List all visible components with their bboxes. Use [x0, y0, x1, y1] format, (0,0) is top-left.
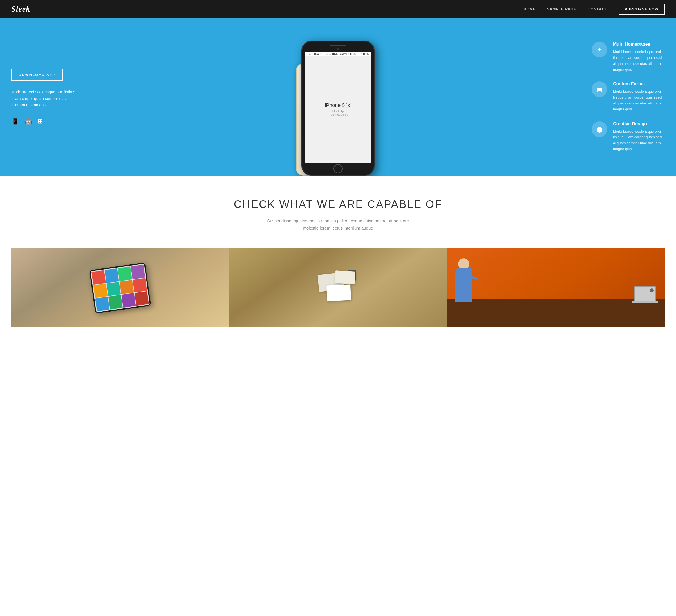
thumb-6: [106, 282, 121, 296]
navbar: Sleek HOME SAMPLE PAGE CONTACT PURCHASE …: [0, 0, 676, 18]
feature-creative-design-title: Creative Design: [613, 121, 665, 126]
android-icon: 🤖: [24, 118, 32, 125]
portfolio-item-tablet[interactable]: [11, 248, 229, 327]
phone-container: ●●○○ BELL ≈ ●●○○ BELL 4:21 PM ✦ 100% ✦ 1…: [90, 18, 586, 176]
feature-creative-design-text: Creative Design Morbi laoreet scelerisqu…: [613, 121, 665, 152]
phone-camera: [337, 48, 339, 50]
feature-custom-forms-desc: Morbi laoreet scelerisque orci finibus u…: [613, 89, 665, 112]
windows-icon: ⊞: [38, 118, 43, 125]
phone-time: ●●○○ BELL 4:21 PM ✦ 100%: [326, 53, 356, 55]
feature-multi-homepages-desc: Morbi laoreet scelerisque orci finibus u…: [613, 49, 665, 72]
phone-home-button: [334, 164, 342, 173]
platform-icons: 📱 🤖 ⊞: [11, 118, 79, 125]
thumb-2: [105, 268, 119, 283]
office-laptop: [634, 287, 656, 302]
feature-custom-forms-title: Custom Forms: [613, 82, 665, 87]
thumb-7: [120, 280, 134, 294]
stationery-visual: [229, 248, 447, 327]
hero-left: DOWNLOAD APP Morbi laoreet scelerisque o…: [0, 18, 90, 176]
capabilities-subtext: Suspendisse egestas mattis rhoncus pelle…: [259, 217, 417, 232]
tablet-device: [89, 262, 151, 313]
thumb-11: [121, 293, 136, 307]
phone-screen-content: iPhone 5 S MockUp Free Resource: [322, 56, 354, 162]
tablet-screen: [91, 264, 150, 312]
feature-multi-homepages-title: Multi Homepages: [613, 42, 665, 47]
creative-design-icon: ⬤: [592, 121, 607, 137]
phone-model-name: iPhone 5 S: [325, 103, 351, 108]
portfolio-item-office[interactable]: [447, 248, 665, 327]
phone-speaker: [330, 45, 346, 47]
office-visual: [447, 248, 665, 327]
hero-description: Morbi laoreet scelerisque orci finibus u…: [11, 89, 79, 109]
portfolio-item-stationery[interactable]: [229, 248, 447, 327]
purchase-now-button[interactable]: PURCHASE NOW: [619, 4, 665, 15]
nav-contact[interactable]: CONTACT: [587, 7, 607, 11]
ios-icon: 📱: [11, 118, 19, 125]
hero-features: ✦ Multi Homepages Morbi laoreet sceleris…: [586, 18, 676, 176]
nav-home[interactable]: HOME: [523, 7, 536, 11]
feature-custom-forms-text: Custom Forms Morbi laoreet scelerisque o…: [613, 82, 665, 112]
download-app-button[interactable]: DOWNLOAD APP: [11, 69, 63, 81]
thumb-12: [134, 291, 149, 306]
phone-model-suffix: S: [346, 103, 351, 108]
capabilities-heading: CHECK WHAT WE ARE CAPABLE OF: [11, 198, 665, 210]
feature-custom-forms: ▣ Custom Forms Morbi laoreet scelerisque…: [592, 82, 665, 112]
person-head: [458, 258, 469, 269]
office-desk: [447, 299, 665, 327]
feature-multi-homepages: ✦ Multi Homepages Morbi laoreet sceleris…: [592, 42, 665, 72]
thumb-3: [118, 266, 132, 281]
multi-homepages-icon: ✦: [592, 42, 607, 57]
thumb-10: [108, 295, 123, 309]
business-card-3: [327, 285, 351, 301]
phone-battery: ✦ 100%: [360, 53, 369, 55]
thumb-4: [131, 264, 145, 279]
capabilities-section: CHECK WHAT WE ARE CAPABLE OF Suspendisse…: [0, 176, 676, 339]
tablet-visual: [11, 248, 229, 327]
person-arm: [469, 275, 478, 280]
phone-signal: ●●○○ BELL ≈: [307, 53, 321, 55]
thumb-8: [132, 278, 147, 292]
stationery-items: [316, 268, 360, 308]
custom-forms-icon: ▣: [592, 82, 607, 97]
thumb-1: [92, 270, 106, 285]
nav-sample-page[interactable]: SAMPLE PAGE: [547, 7, 576, 11]
feature-creative-design: ⬤ Creative Design Morbi laoreet sceleris…: [592, 121, 665, 152]
hero-phones: ●●○○ BELL ≈ ●●○○ BELL 4:21 PM ✦ 100% ✦ 1…: [90, 18, 586, 176]
phone-status-bar: ●●○○ BELL ≈ ●●○○ BELL 4:21 PM ✦ 100% ✦ 1…: [304, 52, 372, 56]
thumb-5: [94, 284, 108, 298]
feature-multi-homepages-text: Multi Homepages Morbi laoreet scelerisqu…: [613, 42, 665, 72]
person-body: [455, 268, 472, 302]
thumb-9: [95, 297, 109, 311]
business-card-2: [335, 270, 355, 284]
portfolio-grid: [11, 248, 665, 327]
office-person: [455, 268, 472, 302]
phone-front: ●●○○ BELL ≈ ●●○○ BELL 4:21 PM ✦ 100% ✦ 1…: [301, 41, 375, 176]
phone-screen: ●●○○ BELL ≈ ●●○○ BELL 4:21 PM ✦ 100% ✦ 1…: [304, 52, 372, 162]
hero-section: DOWNLOAD APP Morbi laoreet scelerisque o…: [0, 18, 676, 176]
logo[interactable]: Sleek: [11, 4, 30, 13]
nav-links: HOME SAMPLE PAGE CONTACT PURCHASE NOW: [523, 4, 665, 15]
phone-mockup-label: MockUp: [332, 110, 344, 113]
phone-free-label: Free Resource: [328, 113, 348, 116]
feature-creative-design-desc: Morbi laoreet scelerisque orci finibus u…: [613, 129, 665, 152]
